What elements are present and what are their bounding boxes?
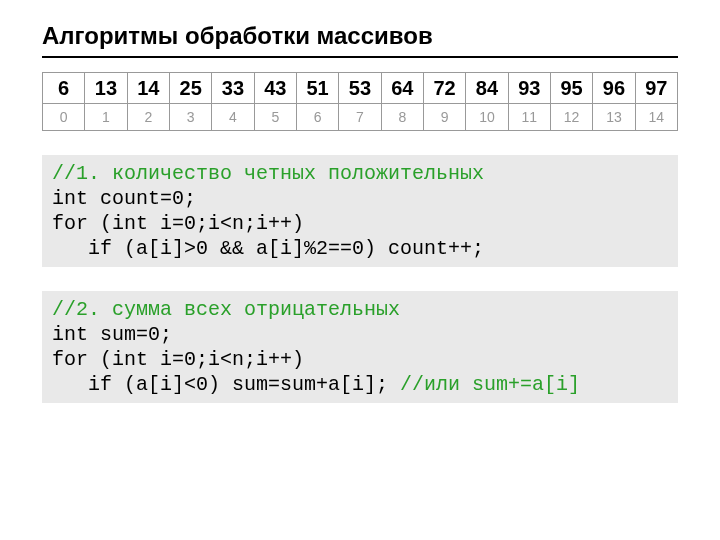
array-value-cell: 51 xyxy=(296,73,338,104)
array-value-cell: 96 xyxy=(593,73,635,104)
array-index-cell: 1 xyxy=(85,104,127,131)
array-index-cell: 9 xyxy=(423,104,465,131)
array-index-row: 0 1 2 3 4 5 6 7 8 9 10 11 12 13 14 xyxy=(43,104,678,131)
array-value-cell: 72 xyxy=(423,73,465,104)
array-value-cell: 95 xyxy=(550,73,592,104)
array-index-cell: 13 xyxy=(593,104,635,131)
array-index-cell: 5 xyxy=(254,104,296,131)
array-index-cell: 12 xyxy=(550,104,592,131)
array-index-cell: 4 xyxy=(212,104,254,131)
array-values-row: 6 13 14 25 33 43 51 53 64 72 84 93 95 96… xyxy=(43,73,678,104)
array-index-cell: 7 xyxy=(339,104,381,131)
code2-comment: //2. сумма всех отрицательных xyxy=(52,298,400,321)
code1-comment: //1. количество четных положительных xyxy=(52,162,484,185)
code-block-1: //1. количество четных положительных int… xyxy=(42,155,678,267)
array-value-cell: 33 xyxy=(212,73,254,104)
array-index-cell: 0 xyxy=(43,104,85,131)
code1-line: if (a[i]>0 && a[i]%2==0) count++; xyxy=(52,237,484,260)
title-rule xyxy=(42,56,678,58)
array-index-cell: 8 xyxy=(381,104,423,131)
array-table: 6 13 14 25 33 43 51 53 64 72 84 93 95 96… xyxy=(42,72,678,131)
array-index-cell: 11 xyxy=(508,104,550,131)
array-index-cell: 6 xyxy=(296,104,338,131)
page-title: Алгоритмы обработки массивов xyxy=(42,22,678,50)
array-value-cell: 97 xyxy=(635,73,677,104)
array-value-cell: 43 xyxy=(254,73,296,104)
code2-alt-comment: //или sum+=a[i] xyxy=(400,373,580,396)
array-value-cell: 53 xyxy=(339,73,381,104)
array-value-cell: 6 xyxy=(43,73,85,104)
array-value-cell: 64 xyxy=(381,73,423,104)
code2-line: if (a[i]<0) sum=sum+a[i]; xyxy=(52,373,400,396)
code1-line: for (int i=0;i<n;i++) xyxy=(52,212,304,235)
array-index-cell: 3 xyxy=(169,104,211,131)
array-index-cell: 14 xyxy=(635,104,677,131)
code-block-2: //2. сумма всех отрицательных int sum=0;… xyxy=(42,291,678,403)
array-index-cell: 10 xyxy=(466,104,508,131)
array-value-cell: 14 xyxy=(127,73,169,104)
array-index-cell: 2 xyxy=(127,104,169,131)
code2-line: for (int i=0;i<n;i++) xyxy=(52,348,304,371)
code1-line: int count=0; xyxy=(52,187,196,210)
array-value-cell: 13 xyxy=(85,73,127,104)
array-value-cell: 93 xyxy=(508,73,550,104)
code2-line: int sum=0; xyxy=(52,323,172,346)
array-value-cell: 84 xyxy=(466,73,508,104)
array-value-cell: 25 xyxy=(169,73,211,104)
